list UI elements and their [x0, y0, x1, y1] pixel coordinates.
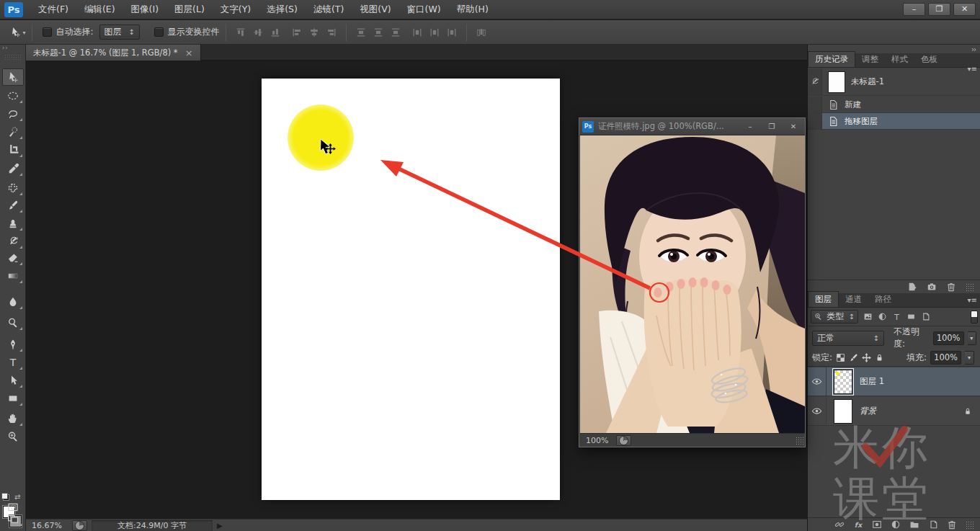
tool-elliptical-marquee[interactable]: [2, 87, 24, 104]
distribute-bottom-edges-button[interactable]: [387, 24, 404, 40]
minimize-button[interactable]: –: [903, 3, 925, 16]
layer-thumbnail[interactable]: [834, 399, 852, 424]
layer-row-background[interactable]: 背景: [808, 397, 980, 426]
menu-layer[interactable]: 图层(L): [166, 0, 213, 19]
floating-window-titlebar[interactable]: Ps 证件照模特.jpg @ 100%(RGB/... – ❐ ✕: [579, 118, 805, 135]
tool-move[interactable]: [2, 68, 24, 86]
layer-style-fx-icon[interactable]: [853, 519, 863, 530]
distribute-horizontal-centers-button[interactable]: [426, 24, 443, 40]
new-document-from-state-icon[interactable]: [907, 282, 917, 292]
dock-collapse-icon[interactable]: ››: [971, 45, 976, 53]
new-group-folder-icon[interactable]: [909, 519, 919, 530]
tab-layers[interactable]: 图层: [808, 291, 839, 307]
auto-select-target-dropdown[interactable]: 图层↕: [99, 24, 140, 40]
tool-gradient[interactable]: [2, 267, 24, 285]
distribute-left-edges-button[interactable]: [409, 24, 426, 40]
lock-transparency-icon[interactable]: [836, 353, 845, 362]
menu-type[interactable]: 文字(Y): [213, 0, 259, 19]
filter-shape-layers-icon[interactable]: [906, 312, 916, 321]
menu-image[interactable]: 图像(I): [123, 0, 166, 19]
lock-position-icon[interactable]: [862, 353, 871, 362]
tool-brush[interactable]: [2, 197, 24, 214]
status-options-arrow-icon[interactable]: ▶: [217, 522, 223, 530]
close-button[interactable]: ✕: [953, 3, 976, 16]
history-brush-source-cell[interactable]: [808, 113, 822, 129]
tab-swatches[interactable]: 色板: [914, 52, 944, 67]
new-adjustment-layer-icon[interactable]: [891, 519, 901, 530]
tool-crop[interactable]: [2, 141, 24, 159]
panel-resize-grip[interactable]: [966, 283, 974, 291]
show-transform-checkbox[interactable]: [154, 27, 164, 37]
tool-eyedropper[interactable]: [2, 160, 24, 177]
fill-caret-icon[interactable]: ▾: [965, 351, 974, 365]
layer-thumbnail[interactable]: [834, 370, 852, 394]
filter-type-layers-icon[interactable]: [892, 312, 901, 321]
auto-align-layers-button[interactable]: [473, 24, 490, 40]
add-layer-mask-icon[interactable]: [872, 519, 882, 530]
float-minimize-button[interactable]: –: [741, 121, 759, 133]
tab-paths[interactable]: 路径: [868, 292, 898, 307]
align-vertical-centers-button[interactable]: [249, 24, 267, 40]
filter-smart-objects-icon[interactable]: [921, 312, 930, 321]
panel-menu-icon[interactable]: ▾≡: [968, 296, 977, 304]
visibility-eye-icon[interactable]: [808, 397, 827, 425]
distribute-vertical-centers-button[interactable]: [370, 24, 387, 40]
opacity-caret-icon[interactable]: ▾: [968, 331, 976, 345]
tab-channels[interactable]: 通道: [839, 292, 868, 307]
align-top-edges-button[interactable]: [232, 24, 249, 40]
new-snapshot-camera-icon[interactable]: [927, 282, 937, 292]
delete-layer-trash-icon[interactable]: [947, 519, 957, 530]
tab-adjustments[interactable]: 调整: [855, 52, 885, 67]
floating-image-window[interactable]: Ps 证件照模特.jpg @ 100%(RGB/... – ❐ ✕: [579, 117, 806, 447]
panel-resize-grip[interactable]: [966, 521, 974, 529]
tool-path-selection[interactable]: [2, 372, 24, 389]
delete-state-trash-icon[interactable]: [946, 282, 956, 292]
visibility-eye-icon[interactable]: [808, 367, 827, 396]
tool-quick-selection[interactable]: [2, 123, 24, 140]
align-right-edges-button[interactable]: [323, 24, 340, 40]
lock-all-icon[interactable]: [875, 353, 884, 362]
resize-grip[interactable]: [796, 437, 803, 445]
menu-filter[interactable]: 滤镜(T): [306, 0, 352, 19]
restore-button[interactable]: ❐: [928, 3, 950, 16]
history-state-row[interactable]: 新建: [808, 97, 980, 113]
document-canvas[interactable]: [262, 79, 560, 500]
menu-edit[interactable]: 编辑(E): [76, 0, 123, 19]
zoom-level-field[interactable]: 16.67%: [32, 521, 72, 530]
float-zoom-field[interactable]: 100%: [586, 436, 616, 445]
tool-lasso[interactable]: [2, 105, 24, 122]
toolbar-collapse-icon[interactable]: ››: [0, 45, 25, 53]
align-left-edges-button[interactable]: [288, 24, 306, 40]
history-snapshot-row[interactable]: 未标题-1: [808, 68, 980, 96]
filter-adjustment-layers-icon[interactable]: [878, 312, 887, 321]
tool-zoom[interactable]: [2, 428, 24, 445]
photo-portrait[interactable]: [580, 135, 805, 433]
fill-value-field[interactable]: 100%: [930, 351, 961, 365]
auto-select-checkbox[interactable]: [43, 27, 52, 37]
tool-type[interactable]: [2, 354, 24, 371]
tool-pen[interactable]: [2, 336, 24, 353]
tool-dodge[interactable]: [2, 314, 24, 331]
layer-row-layer1[interactable]: 图层 1: [808, 367, 980, 396]
tab-close-icon[interactable]: ×: [185, 48, 193, 58]
document-tab[interactable]: 未标题-1 @ 16.7% (图层 1, RGB/8) * ×: [26, 45, 201, 61]
float-close-button[interactable]: ✕: [785, 121, 802, 133]
menu-help[interactable]: 帮助(H): [449, 0, 496, 19]
tab-history[interactable]: 历史记录: [808, 51, 855, 67]
history-brush-source-cell[interactable]: [808, 68, 822, 95]
tool-eraser[interactable]: [2, 249, 24, 267]
menu-view[interactable]: 视图(V): [352, 0, 398, 19]
menu-file[interactable]: 文件(F): [30, 0, 76, 19]
tool-spot-healing-brush[interactable]: [2, 179, 24, 197]
filter-toggle-switch[interactable]: [971, 311, 978, 323]
tab-styles[interactable]: 样式: [885, 52, 914, 67]
link-layers-icon[interactable]: [834, 519, 845, 530]
menu-select[interactable]: 选择(S): [259, 0, 306, 19]
tool-blur[interactable]: [2, 293, 24, 311]
blend-mode-dropdown[interactable]: 正常↕: [812, 331, 884, 346]
distribute-right-edges-button[interactable]: [443, 24, 460, 40]
lock-pixels-icon[interactable]: [849, 353, 858, 362]
move-tool-preset-icon[interactable]: ▾: [10, 27, 26, 37]
opacity-value-field[interactable]: 100%: [933, 331, 964, 345]
history-brush-source-cell[interactable]: [808, 97, 822, 112]
